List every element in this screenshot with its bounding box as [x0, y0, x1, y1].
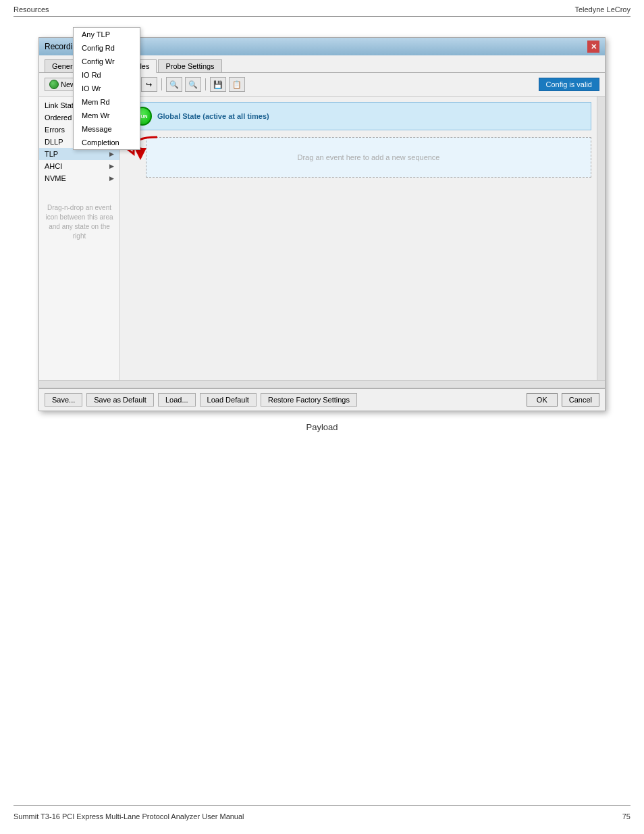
dialog-close-button[interactable]: ✕: [587, 41, 599, 53]
arrow-icon-tlp: ▶: [109, 151, 114, 157]
save-icon-button[interactable]: 💾: [210, 77, 226, 92]
toolbar-separator-1: [161, 78, 162, 90]
submenu-item-completion[interactable]: Completion: [74, 136, 140, 149]
restore-factory-button[interactable]: Restore Factory Settings: [261, 393, 357, 407]
event-item-nvme[interactable]: NVME ▶: [39, 172, 119, 184]
page-content: Recording Options ✕ General Recording Ru…: [0, 17, 644, 452]
load-button[interactable]: Load...: [158, 393, 196, 407]
submenu-item-mem-rd[interactable]: Mem Rd: [74, 95, 140, 109]
tab-probe-settings[interactable]: Probe Settings: [158, 59, 221, 72]
config-valid-button[interactable]: Config is valid: [539, 78, 599, 91]
header-right: Teledyne LeCroy: [574, 5, 630, 14]
arrow-icon-nvme: ▶: [109, 175, 114, 182]
toolbar-separator-2: [205, 78, 206, 90]
global-state-box: RUN Global State (active at all times): [126, 102, 591, 130]
page-header: Resources Teledyne LeCroy: [0, 0, 644, 16]
footer-divider: [14, 805, 630, 806]
tlp-submenu: Any TLP Config Rd Config Wr IO Rd IO Wr …: [73, 27, 140, 150]
drag-hint: Drag-n-drop an event icon between this a…: [39, 198, 119, 246]
scrollbar[interactable]: [597, 97, 605, 380]
load-icon-button[interactable]: 📋: [229, 77, 245, 92]
save-button[interactable]: Save...: [45, 393, 82, 407]
event-list: Link State ▶ Ordered Set ▶ Errors ▶ DLLP…: [39, 97, 120, 380]
save-as-default-button[interactable]: Save as Default: [86, 393, 154, 407]
submenu-item-io-wr[interactable]: IO Wr: [74, 82, 140, 95]
dialog-caption: Payload: [306, 422, 338, 432]
global-state-label: Global State (active at all times): [157, 112, 269, 120]
header-left: Resources: [14, 5, 49, 14]
dialog-body: Link State ▶ Ordered Set ▶ Errors ▶ DLLP…: [39, 97, 605, 380]
zoom-out-button[interactable]: 🔍: [185, 77, 201, 92]
dialog-footer: Save... Save as Default Load... Load Def…: [39, 388, 605, 411]
ok-button[interactable]: OK: [527, 393, 558, 407]
submenu-item-config-wr[interactable]: Config Wr: [74, 55, 140, 68]
footer-right: 75: [622, 812, 630, 820]
submenu-item-mem-wr[interactable]: Mem Wr: [74, 109, 140, 122]
load-default-button[interactable]: Load Default: [200, 393, 257, 407]
event-item-ahci[interactable]: AHCI ▶: [39, 160, 119, 172]
submenu-item-message[interactable]: Message: [74, 122, 140, 136]
submenu-item-config-rd[interactable]: Config Rd: [74, 41, 140, 55]
arrow-icon-ahci: ▶: [109, 163, 114, 170]
zoom-in-button[interactable]: 🔍: [166, 77, 182, 92]
state-area: RUN Global State (active at all times): [120, 97, 597, 380]
redo-button[interactable]: ↪: [141, 77, 157, 92]
cancel-button[interactable]: Cancel: [562, 393, 599, 407]
submenu-item-any-tlp[interactable]: Any TLP: [74, 28, 140, 41]
sequence-drop-area: Drag an event here to add a new sequence: [146, 137, 591, 178]
footer-left: Summit T3-16 PCI Express Multi-Lane Prot…: [14, 812, 244, 820]
page-footer: Summit T3-16 PCI Express Multi-Lane Prot…: [14, 812, 630, 820]
horizontal-scrollbar[interactable]: [39, 380, 605, 388]
submenu-item-io-rd[interactable]: IO Rd: [74, 68, 140, 82]
recording-options-dialog: Recording Options ✕ General Recording Ru…: [38, 37, 606, 411]
